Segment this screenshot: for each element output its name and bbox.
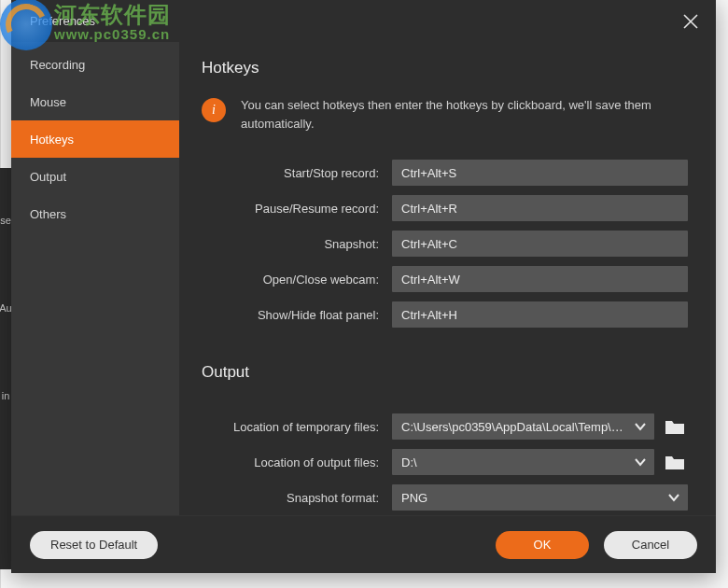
output-row-output-location: Location of output files: D:\ xyxy=(202,449,688,475)
cancel-button[interactable]: Cancel xyxy=(604,531,697,559)
info-icon: i xyxy=(202,98,226,122)
sidebar-item-recording[interactable]: Recording xyxy=(11,46,179,83)
combo-value: D:\ xyxy=(401,455,417,469)
sidebar-item-label: Output xyxy=(30,170,66,184)
dialog-footer: Reset to Default OK Cancel xyxy=(11,515,716,573)
combo-value: PNG xyxy=(401,491,427,505)
sidebar-item-label: Mouse xyxy=(30,95,66,109)
ok-button[interactable]: OK xyxy=(496,531,589,559)
button-label: Reset to Default xyxy=(50,538,137,552)
combo-value: C:\Users\pc0359\AppData\Local\Temp\Aisee… xyxy=(401,420,626,434)
info-text: You can select hotkeys then enter the ho… xyxy=(241,96,688,133)
field-label: Location of output files: xyxy=(202,455,392,469)
hotkey-row-pause-resume: Pause/Resume record: Ctrl+Alt+R xyxy=(202,195,688,221)
output-row-snapshot-format: Snapshot format: PNG xyxy=(202,484,688,511)
sidebar-item-label: Hotkeys xyxy=(30,133,74,147)
sidebar-item-mouse[interactable]: Mouse xyxy=(11,83,179,120)
sidebar: Recording Mouse Hotkeys Output Others xyxy=(11,42,179,515)
section-heading-hotkeys: Hotkeys xyxy=(202,59,688,77)
output-row-temp-location: Location of temporary files: C:\Users\pc… xyxy=(202,413,688,440)
sidebar-item-output[interactable]: Output xyxy=(11,158,179,195)
hotkey-row-snapshot: Snapshot: Ctrl+Alt+C xyxy=(202,231,688,257)
button-label: OK xyxy=(534,538,552,552)
reset-to-default-button[interactable]: Reset to Default xyxy=(30,531,158,559)
browse-temp-folder-button[interactable] xyxy=(662,415,688,438)
chevron-down-icon xyxy=(634,455,647,469)
background-app-hint: seAuin xyxy=(0,168,11,569)
info-banner: i You can select hotkeys then enter the … xyxy=(202,96,688,133)
window-title: Preferences xyxy=(30,14,95,28)
content-scroll[interactable]: Hotkeys i You can select hotkeys then en… xyxy=(179,42,716,515)
field-label: Pause/Resume record: xyxy=(202,202,392,216)
hotkey-input-float-panel[interactable]: Ctrl+Alt+H xyxy=(392,301,688,328)
sidebar-item-label: Others xyxy=(30,207,66,221)
browse-output-folder-button[interactable] xyxy=(662,451,688,473)
hotkey-row-start-stop: Start/Stop record: Ctrl+Alt+S xyxy=(202,160,688,186)
section-heading-output: Output xyxy=(202,363,688,382)
preferences-dialog: Preferences Recording Mouse Hotkeys Outp… xyxy=(11,0,716,573)
chevron-down-icon xyxy=(634,420,647,433)
field-label: Snapshot: xyxy=(202,237,392,251)
field-label: Open/Close webcam: xyxy=(202,273,392,287)
hotkey-input-webcam[interactable]: Ctrl+Alt+W xyxy=(392,266,688,292)
hotkey-input-snapshot[interactable]: Ctrl+Alt+C xyxy=(392,231,688,257)
field-label: Location of temporary files: xyxy=(202,420,392,434)
chevron-down-icon xyxy=(667,491,680,504)
temp-location-combo[interactable]: C:\Users\pc0359\AppData\Local\Temp\Aisee… xyxy=(392,413,654,440)
button-label: Cancel xyxy=(632,538,669,552)
sidebar-item-others[interactable]: Others xyxy=(11,195,179,232)
sidebar-item-label: Recording xyxy=(30,58,85,72)
titlebar: Preferences xyxy=(11,0,716,42)
hotkey-input-pause-resume[interactable]: Ctrl+Alt+R xyxy=(392,195,688,221)
hotkey-row-webcam: Open/Close webcam: Ctrl+Alt+W xyxy=(202,266,688,292)
output-location-combo[interactable]: D:\ xyxy=(392,449,654,475)
field-label: Show/Hide float panel: xyxy=(202,308,392,322)
sidebar-item-hotkeys[interactable]: Hotkeys xyxy=(11,120,179,158)
field-label: Snapshot format: xyxy=(202,491,392,505)
close-icon[interactable] xyxy=(682,13,699,30)
field-label: Start/Stop record: xyxy=(202,166,392,180)
snapshot-format-combo[interactable]: PNG xyxy=(392,484,688,511)
hotkey-input-start-stop[interactable]: Ctrl+Alt+S xyxy=(392,160,688,186)
hotkey-row-float-panel: Show/Hide float panel: Ctrl+Alt+H xyxy=(202,301,688,328)
